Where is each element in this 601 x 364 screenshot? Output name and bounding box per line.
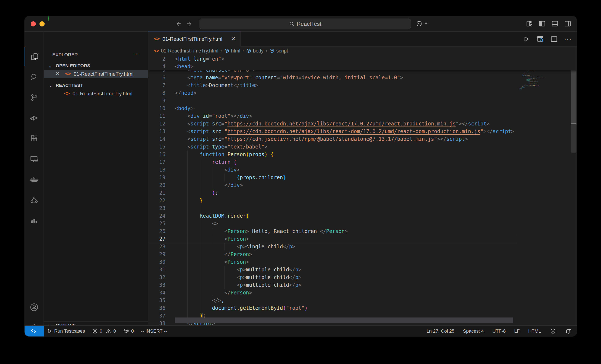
containers-icon[interactable]: [25, 190, 44, 210]
minimize-window-button[interactable]: [40, 21, 45, 27]
back-icon[interactable]: [173, 19, 183, 28]
code-line[interactable]: 10<body>: [148, 105, 577, 112]
remote-indicator[interactable]: [25, 325, 44, 336]
breadcrumb-body[interactable]: body: [246, 48, 264, 54]
code-line[interactable]: 23: [148, 204, 577, 212]
code-line[interactable]: 36 document.getElementById("root"): [148, 304, 577, 312]
error-count: 0: [100, 328, 102, 334]
tab-label: 01-ReactFirstTimeTry.html: [162, 36, 222, 42]
open-preview-icon[interactable]: [536, 35, 544, 43]
customize-layout-icon[interactable]: [526, 20, 533, 27]
minimap[interactable]: <!DOCTYPE html><html lang="en"> <head> <…: [519, 55, 571, 325]
open-editor-filename: 01-ReactFirstTimeTry.html: [74, 71, 133, 77]
breadcrumb-script[interactable]: script: [269, 48, 288, 54]
run-file-icon[interactable]: [523, 35, 530, 43]
eol-setting[interactable]: LF: [514, 328, 520, 334]
code-line[interactable]: 16 function Person(props) {: [148, 151, 577, 158]
stats-chart-icon[interactable]: [25, 211, 44, 230]
file-tree-item[interactable]: <> 01-ReactFirstTimeTry.html: [44, 90, 148, 98]
extensions-icon[interactable]: [25, 129, 44, 148]
code-line[interactable]: 18 <div>: [148, 166, 577, 174]
code-line[interactable]: 6 <meta name="viewport" content="width=d…: [148, 74, 577, 81]
tab-close-icon[interactable]: ✕: [231, 36, 236, 42]
problems-indicator[interactable]: 0 0: [92, 328, 116, 334]
code-line[interactable]: 4<head>: [148, 63, 577, 70]
notifications-bell-icon[interactable]: [565, 328, 571, 334]
explorer-icon[interactable]: [25, 47, 44, 66]
code-line[interactable]: 25 <>: [148, 220, 577, 227]
status-bar: Run Testcases 0 0 0 -- INSERT --: [25, 325, 577, 336]
code-line[interactable]: 31 <p>multiple child</p>: [148, 266, 577, 274]
code-line[interactable]: 30 <Person>: [148, 258, 577, 266]
copilot-status-icon[interactable]: [550, 328, 556, 334]
code-line[interactable]: 20 </div>: [148, 181, 577, 189]
close-window-button[interactable]: [31, 21, 36, 27]
more-actions-icon[interactable]: ···: [564, 35, 572, 43]
indentation-setting[interactable]: Spaces: 4: [463, 328, 484, 334]
code-line[interactable]: 11 <div id="root"></div>: [148, 112, 577, 120]
code-line[interactable]: 22 }: [148, 197, 577, 204]
code-line[interactable]: 19 {props.children}: [148, 174, 577, 181]
code-line[interactable]: 8</head>: [148, 89, 577, 97]
close-editor-icon[interactable]: ✕: [56, 71, 60, 77]
code-line[interactable]: 17 return (: [148, 158, 577, 166]
symbol-cube-icon: [224, 48, 229, 53]
search-sidebar-icon[interactable]: [25, 67, 44, 87]
explorer-more-actions-icon[interactable]: ···: [133, 50, 140, 57]
code-line[interactable]: 13 <script src="https://cdn.bootcdn.net/…: [148, 128, 577, 135]
split-editor-icon[interactable]: [551, 35, 558, 43]
encoding-setting[interactable]: UTF-8: [492, 328, 506, 334]
code-line[interactable]: 33 <p>multiple child</p>: [148, 281, 577, 289]
vertical-scrollbar-thumb[interactable]: [571, 63, 576, 123]
copilot-menu[interactable]: [416, 19, 428, 28]
run-debug-icon[interactable]: [25, 108, 44, 128]
open-editor-item[interactable]: ✕ <> 01-ReactFirstTimeTry.html: [44, 70, 148, 78]
run-testcases-button[interactable]: Run Testcases: [47, 328, 85, 334]
chevron-down-icon: ⌄: [49, 83, 52, 88]
search-icon: [289, 21, 295, 27]
command-center[interactable]: ReactTest: [200, 19, 411, 29]
language-mode[interactable]: HTML: [528, 328, 541, 334]
toggle-panel-icon[interactable]: [551, 20, 559, 27]
vertical-scrollbar[interactable]: [571, 55, 577, 325]
code-line[interactable]: 14 <script src="https://cdn.jsdelivr.net…: [148, 135, 577, 143]
cursor-position[interactable]: Ln 27, Col 25: [426, 328, 454, 334]
code-line[interactable]: 9: [148, 97, 577, 105]
code-line[interactable]: 26 <Person> Hello, React children </Pers…: [148, 227, 577, 235]
account-icon[interactable]: [25, 297, 44, 317]
command-center-label: ReactTest: [297, 21, 321, 27]
vim-mode-indicator[interactable]: -- INSERT --: [141, 328, 167, 334]
code-line[interactable]: 29 </Person>: [148, 250, 577, 258]
docker-icon[interactable]: [25, 170, 44, 189]
horizontal-scrollbar-thumb[interactable]: [175, 317, 513, 323]
breadcrumb-html[interactable]: html: [224, 48, 240, 54]
code-line[interactable]: 24 ReactDOM.render(: [148, 212, 577, 220]
titlebar: ReactTest: [25, 16, 577, 32]
source-control-icon[interactable]: [25, 88, 44, 107]
code-line[interactable]: 35 </>,: [148, 296, 577, 304]
remote-explorer-icon[interactable]: [25, 149, 44, 169]
code-line[interactable]: 21 );: [148, 189, 577, 197]
toggle-secondary-sidebar-icon[interactable]: [564, 20, 571, 27]
code-line[interactable]: 34 </Person>: [148, 289, 577, 296]
code-line[interactable]: 2<html lang="en">: [148, 55, 577, 63]
breadcrumb-file[interactable]: <> 01-ReactFirstTimeTry.html: [154, 48, 218, 54]
code-line[interactable]: 15 <script type="text/babel">: [148, 143, 577, 151]
ports-indicator[interactable]: 0: [123, 328, 134, 334]
code-line[interactable]: 28 <p>single child</p>: [148, 243, 577, 250]
tab-reactfirsttimetry[interactable]: <> 01-ReactFirstTimeTry.html ✕: [148, 32, 240, 47]
toggle-primary-sidebar-icon[interactable]: [539, 20, 546, 27]
zoom-window-button[interactable]: [49, 16, 49, 21]
chevron-right-icon: ›: [266, 48, 267, 54]
vscode-window: ReactTest: [25, 16, 577, 336]
open-editors-section-header[interactable]: ⌄ OPEN EDITORS: [44, 62, 148, 69]
code-line[interactable]: 7 <title>Document</title>: [148, 81, 577, 89]
code-line[interactable]: 32 <p>multiple child</p>: [148, 274, 577, 281]
forward-icon[interactable]: [185, 19, 194, 28]
explorer-sidebar: EXPLORER ··· ⌄ OPEN EDITORS ✕ <> 01-Reac…: [44, 32, 148, 325]
chevron-down-icon: ⌄: [49, 63, 52, 69]
sticky-scroll[interactable]: 2<html lang="en">4<head>: [148, 55, 577, 70]
code-editor[interactable]: 5 <meta charset="UTF-8">6 <meta name="vi…: [148, 55, 577, 325]
code-line[interactable]: 12 <script src="https://cdn.bootcdn.net/…: [148, 120, 577, 128]
workspace-section-header[interactable]: ⌄ REACTTEST: [44, 81, 148, 89]
